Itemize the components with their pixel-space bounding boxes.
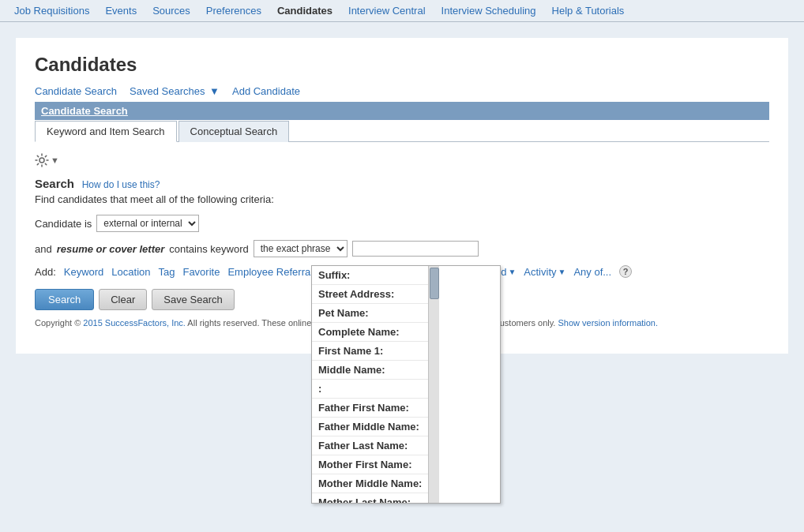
resume-cover-letter-text: resume or cover letter bbox=[57, 243, 165, 255]
nav-help-tutorials[interactable]: Help & Tutorials bbox=[544, 0, 633, 22]
candidate-is-label: Candidate is bbox=[35, 218, 92, 230]
save-search-button[interactable]: Save Search bbox=[152, 289, 234, 310]
add-activity-link[interactable]: Activity ▼ bbox=[524, 266, 565, 278]
saved-searches-dropdown-icon[interactable]: ▼ bbox=[209, 85, 220, 97]
gear-label: ▼ bbox=[51, 155, 59, 165]
dropdown-item-complete-name[interactable]: Complete Name: bbox=[312, 323, 428, 342]
dropdown-item-first-name-1[interactable]: First Name 1: bbox=[312, 342, 428, 361]
help-icon[interactable]: ? bbox=[619, 265, 632, 278]
nav-sources[interactable]: Sources bbox=[145, 0, 198, 22]
criteria-row-2: and resume or cover letter contains keyw… bbox=[35, 240, 769, 257]
search-label: Search bbox=[35, 177, 74, 190]
successfactors-link[interactable]: 2015 SuccessFactors, Inc. bbox=[83, 318, 186, 328]
gear-area: ▼ bbox=[35, 150, 769, 172]
nav-candidates[interactable]: Candidates bbox=[269, 0, 340, 22]
add-tag-link[interactable]: Tag bbox=[158, 266, 175, 278]
add-row: Add: Keyword Location Tag Favorite Emplo… bbox=[35, 265, 769, 278]
phrase-select[interactable]: the exact phrase any of the words all of… bbox=[254, 240, 348, 257]
sub-nav-candidate-search[interactable]: Candidate Search bbox=[35, 85, 117, 97]
add-keyword-link[interactable]: Keyword bbox=[64, 266, 104, 278]
tab-conceptual-search[interactable]: Conceptual Search bbox=[178, 121, 290, 142]
main-content: Candidates Candidate Search Saved Search… bbox=[0, 22, 804, 532]
nav-interview-central[interactable]: Interview Central bbox=[340, 0, 434, 22]
dropdown-item-middle-name[interactable]: Middle Name: bbox=[312, 361, 428, 380]
keyword-input[interactable] bbox=[352, 241, 479, 257]
top-nav: Job Requisitions Events Sources Preferen… bbox=[0, 0, 804, 22]
add-employee-referral-link[interactable]: Employee Referral ▼ bbox=[227, 266, 322, 278]
show-version-link[interactable]: Show version information. bbox=[558, 318, 658, 328]
candidate-is-select[interactable]: external or internal external internal bbox=[96, 215, 199, 232]
scrollbar-thumb bbox=[430, 268, 439, 299]
add-favorite-link[interactable]: Favorite bbox=[182, 266, 220, 278]
svg-point-0 bbox=[39, 158, 44, 163]
gear-icon[interactable]: ▼ bbox=[35, 153, 769, 167]
dropdown-item-pet-name[interactable]: Pet Name: bbox=[312, 304, 428, 323]
background-arrow: ▼ bbox=[508, 268, 516, 276]
dropdown-item-mother-first-name[interactable]: Mother First Name: bbox=[312, 455, 428, 474]
sub-nav-saved-searches[interactable]: Saved Searches ▼ bbox=[130, 85, 220, 97]
dropdown-item-colon[interactable]: : bbox=[312, 380, 428, 399]
nav-interview-scheduling[interactable]: Interview Scheduling bbox=[434, 0, 544, 22]
add-label: Add: bbox=[35, 266, 56, 278]
tabs-container: Keyword and Item Search Conceptual Searc… bbox=[35, 120, 769, 142]
add-any-of-link[interactable]: Any of... bbox=[573, 266, 611, 278]
dropdown-item-father-middle-name[interactable]: Father Middle Name: bbox=[312, 418, 428, 436]
activity-arrow: ▼ bbox=[558, 268, 566, 276]
how-do-i-use-link[interactable]: How do I use this? bbox=[82, 179, 160, 190]
sub-nav: Candidate Search Saved Searches ▼ Add Ca… bbox=[35, 85, 769, 97]
and-label: and bbox=[35, 243, 52, 255]
search-header-bar: Candidate Search bbox=[35, 102, 769, 120]
search-section: Search How do I use this? Find candidate… bbox=[35, 172, 769, 310]
popup-wrapper: Suffix: Street Address: Pet Name: Comple… bbox=[312, 266, 500, 503]
basic-info-dropdown-popup: Suffix: Street Address: Pet Name: Comple… bbox=[311, 265, 501, 504]
copyright-text-before: Copyright © bbox=[35, 318, 83, 328]
add-location-link[interactable]: Location bbox=[111, 266, 150, 278]
dropdown-item-father-first-name[interactable]: Father First Name: bbox=[312, 399, 428, 418]
sub-nav-add-candidate[interactable]: Add Candidate bbox=[232, 85, 300, 97]
tab-keyword-item-search[interactable]: Keyword and Item Search bbox=[35, 121, 177, 142]
clear-button[interactable]: Clear bbox=[99, 289, 147, 310]
nav-job-requisitions[interactable]: Job Requisitions bbox=[6, 0, 97, 22]
dropdown-popup-inner[interactable]: Suffix: Street Address: Pet Name: Comple… bbox=[312, 266, 428, 503]
dropdown-scrollbar[interactable] bbox=[428, 266, 439, 503]
nav-preferences[interactable]: Preferences bbox=[198, 0, 269, 22]
page-title: Candidates bbox=[35, 54, 769, 76]
dropdown-item-street-address[interactable]: Street Address: bbox=[312, 285, 428, 304]
dropdown-item-suffix[interactable]: Suffix: bbox=[312, 266, 428, 285]
dropdown-item-mother-middle-name[interactable]: Mother Middle Name: bbox=[312, 474, 428, 493]
dropdown-item-mother-last-name[interactable]: Mother Last Name: bbox=[312, 493, 428, 503]
contains-label: contains keyword bbox=[169, 243, 248, 255]
search-button[interactable]: Search bbox=[35, 289, 94, 310]
dropdown-item-father-last-name[interactable]: Father Last Name: bbox=[312, 436, 428, 455]
find-text: Find candidates that meet all of the fol… bbox=[35, 193, 769, 205]
criteria-row-1: Candidate is external or internal extern… bbox=[35, 215, 769, 232]
nav-events[interactable]: Events bbox=[97, 0, 145, 22]
page-container: Candidates Candidate Search Saved Search… bbox=[16, 38, 788, 354]
